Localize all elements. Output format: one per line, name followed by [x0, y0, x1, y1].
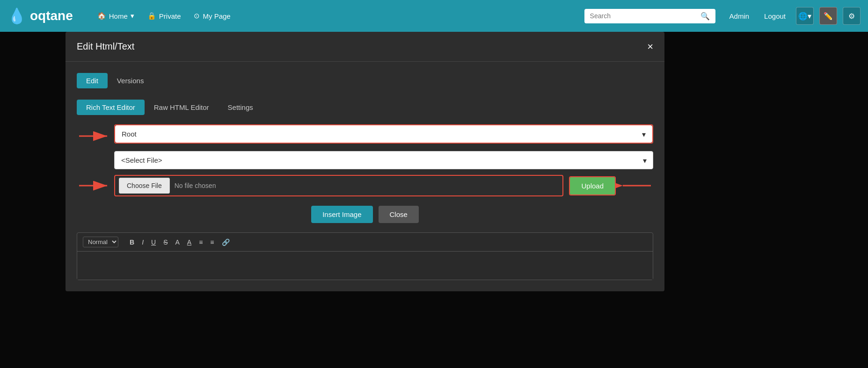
rte-content-area[interactable] [77, 252, 653, 280]
modal-dialog: Edit Html/Text × Edit Versions Rich Text… [66, 32, 664, 291]
main-tabs: Edit Versions [77, 73, 653, 88]
globe-icon: 🌐 [798, 12, 808, 21]
pencil-icon: ✏️ [824, 12, 833, 21]
search-container: 🔍 [584, 9, 715, 23]
brand-name: oqtane [30, 8, 73, 23]
rte-bgcolor-button[interactable]: A [185, 238, 193, 247]
gear-icon: ⚙ [848, 12, 855, 21]
file-select-wrapper: <Select File> ▾ [114, 151, 653, 169]
choose-file-button[interactable]: Choose File [119, 178, 170, 194]
nav-home[interactable]: 🏠 Home ▾ [92, 9, 140, 23]
settings-button[interactable]: ⚙ [843, 7, 861, 25]
page-icon: ⊙ [194, 12, 200, 20]
folder-select[interactable]: Root [115, 125, 652, 143]
subtab-settings[interactable]: Settings [219, 100, 263, 115]
left-arrow-folder [77, 127, 114, 145]
upload-button[interactable]: Upload [570, 177, 615, 195]
navbar: 💧 oqtane 🏠 Home ▾ 🔒 Private ⊙ My Page 🔍 … [0, 0, 868, 32]
modal-close-button[interactable]: × [647, 42, 653, 52]
no-file-label: No file chosen [175, 182, 216, 189]
modal-header: Edit Html/Text × [66, 32, 664, 62]
file-select[interactable]: <Select File> [114, 151, 653, 169]
main-content: Edit Html/Text × Edit Versions Rich Text… [0, 32, 868, 368]
home-icon: 🏠 [97, 12, 106, 20]
rte-strikethrough-button[interactable]: S [161, 238, 169, 247]
logout-button[interactable]: Logout [759, 9, 790, 23]
nav-private[interactable]: 🔒 Private [142, 9, 187, 23]
rte-container: Normal B I U S A A ≡ ≡ 🔗 [77, 232, 653, 280]
search-icon: 🔍 [700, 12, 710, 21]
subtab-raw-html[interactable]: Raw HTML Editor [145, 100, 219, 115]
nav-actions: Admin Logout 🌐 ▾ ✏️ ⚙ [725, 7, 861, 25]
rte-list-ul-button[interactable]: ≡ [208, 238, 216, 247]
left-arrow-choose [77, 176, 114, 195]
file-section: Root ▾ <Select File> ▾ [77, 124, 653, 196]
close-dialog-button[interactable]: Close [379, 206, 419, 223]
brand-logo: 💧 oqtane [7, 7, 73, 25]
nav-mypage[interactable]: ⊙ My Page [188, 9, 236, 23]
modal-title: Edit Html/Text [77, 41, 134, 52]
action-buttons: Insert Image Close [77, 206, 653, 223]
sub-tabs: Rich Text Editor Raw HTML Editor Setting… [77, 100, 653, 115]
rte-toolbar: Normal B I U S A A ≡ ≡ 🔗 [77, 233, 653, 252]
insert-image-button[interactable]: Insert Image [311, 206, 372, 223]
brand-icon: 💧 [7, 7, 26, 25]
admin-button[interactable]: Admin [725, 9, 754, 23]
rte-bold-button[interactable]: B [128, 238, 136, 247]
right-arrow-upload [616, 176, 653, 195]
rte-link-button[interactable]: 🔗 [220, 238, 232, 247]
rte-list-ol-button[interactable]: ≡ [197, 238, 204, 247]
lock-icon: 🔒 [147, 12, 156, 20]
search-input[interactable] [590, 12, 697, 20]
subtab-rich-text[interactable]: Rich Text Editor [77, 100, 145, 115]
globe-dropdown-icon: ▾ [808, 12, 811, 21]
rte-italic-button[interactable]: I [140, 238, 146, 247]
nav-links: 🏠 Home ▾ 🔒 Private ⊙ My Page [92, 9, 575, 23]
edit-button[interactable]: ✏️ [819, 7, 837, 25]
home-dropdown-icon: ▾ [131, 12, 134, 20]
globe-button[interactable]: 🌐 ▾ [796, 7, 814, 25]
modal-body: Edit Versions Rich Text Editor Raw HTML … [66, 62, 664, 291]
tab-edit[interactable]: Edit [77, 73, 108, 88]
rte-style-select[interactable]: Normal [83, 237, 118, 247]
rte-underline-button[interactable]: U [149, 238, 158, 247]
rte-color-button[interactable]: A [173, 238, 181, 247]
tab-versions[interactable]: Versions [108, 73, 153, 88]
